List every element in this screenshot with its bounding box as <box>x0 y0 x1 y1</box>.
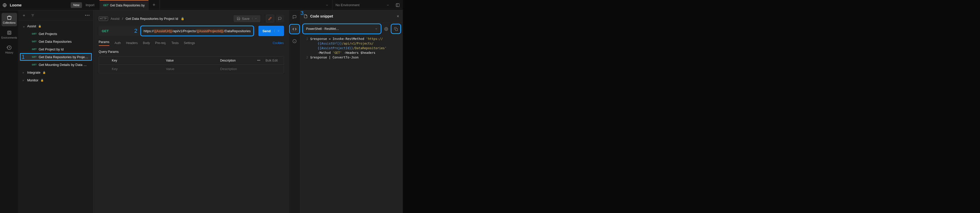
folder-label: Assist <box>27 24 36 28</box>
tabs-chevron[interactable] <box>322 3 332 7</box>
tab-settings[interactable]: Settings <box>184 41 195 45</box>
env-quicklook-button[interactable] <box>393 0 403 10</box>
tab-strip: GET Get Data Repositories by + <box>100 0 332 10</box>
new-button[interactable]: New <box>71 2 82 8</box>
annotation-2: 2 <box>130 28 142 34</box>
param-value-input[interactable]: Value <box>164 67 218 71</box>
param-key-input[interactable]: Key <box>109 67 164 71</box>
svg-rect-17 <box>395 28 398 30</box>
code-block[interactable]: 1$response = Invoke-RestMethod 'https://… <box>301 36 403 61</box>
cookies-link[interactable]: Cookies <box>273 41 284 45</box>
chevron-right-icon: › <box>22 78 25 82</box>
rail-environments[interactable]: Environments <box>2 28 17 41</box>
save-icon <box>237 17 240 21</box>
url-input[interactable]: https:// {{AssistUrl}} /api/v1/Projects/… <box>142 27 253 35</box>
comment-icon <box>293 15 297 19</box>
folder-integrate[interactable]: › Integrate 🔒 <box>18 68 93 76</box>
close-icon <box>396 14 400 18</box>
tab-params[interactable]: Params <box>99 40 109 46</box>
request-get-projects[interactable]: GET Get Projects <box>18 30 93 38</box>
edit-button[interactable] <box>266 15 274 22</box>
folder-assist[interactable]: ⌄ Assist 🔒 <box>18 22 93 30</box>
breadcrumb-name[interactable]: Get Data Repositories by Project Id <box>126 17 178 21</box>
send-label: Send <box>262 29 271 33</box>
send-chevron[interactable] <box>274 30 280 32</box>
ellipsis-icon: ••• <box>85 13 90 17</box>
copy-icon <box>394 27 398 31</box>
sidebar: ••• ⌄ Assist 🔒 GET Get Projects GET Get … <box>18 10 93 213</box>
request-get-data-repositories-by-project[interactable]: GET Get Data Repositories by Proje… <box>20 53 92 61</box>
breadcrumb-parent[interactable]: Assist <box>111 17 120 21</box>
folder-label: Integrate <box>27 71 40 74</box>
url-variable: {{AssistUrl}} <box>154 29 173 33</box>
info-icon <box>293 39 297 43</box>
folder-label: Monitor <box>27 78 38 82</box>
col-actions[interactable]: ••• <box>248 59 263 62</box>
lock-icon: 🔒 <box>38 25 41 28</box>
filter-button[interactable] <box>29 12 37 19</box>
comment-button[interactable] <box>276 15 284 22</box>
svg-rect-3 <box>8 31 11 34</box>
close-button[interactable] <box>396 14 400 18</box>
col-description: Description <box>218 59 248 62</box>
bulk-edit-link[interactable]: Bulk Edit <box>263 59 284 62</box>
plus-icon <box>22 14 26 17</box>
add-button[interactable] <box>21 12 28 19</box>
code-snippet-button[interactable] <box>290 25 299 33</box>
request-label: Get Data Repositories <box>39 39 72 44</box>
lock-icon: 🔒 <box>43 71 46 74</box>
url-part: https:// <box>144 29 154 33</box>
annotation-3: 3 <box>301 10 304 16</box>
language-selector[interactable]: PowerShell - RestMet… <box>304 25 380 33</box>
environment-label: No Environment <box>336 3 360 7</box>
request-get-data-repositories[interactable]: GET Get Data Repositories <box>18 38 93 45</box>
settings-button[interactable] <box>382 25 390 33</box>
tab-method-label: GET <box>103 4 108 7</box>
new-tab-button[interactable]: + <box>148 0 160 10</box>
chevron-right-icon: › <box>22 71 25 74</box>
rail-history[interactable]: History <box>2 43 17 56</box>
chevron-down-icon <box>277 30 280 32</box>
save-button[interactable]: Save <box>234 15 260 22</box>
rail-collections[interactable]: Collections <box>2 13 17 26</box>
folder-monitor[interactable]: › Monitor 🔒 <box>18 76 93 84</box>
method-label: GET <box>32 56 37 58</box>
tab-prereq[interactable]: Pre-req. <box>155 41 166 45</box>
comments-sidebar-button[interactable] <box>293 15 297 19</box>
copy-button[interactable] <box>392 25 400 33</box>
tab-headers[interactable]: Headers <box>126 41 138 45</box>
code-panel-title: Code snippet <box>310 14 333 18</box>
globe-icon <box>3 3 7 7</box>
request-label: Get Projects <box>39 32 57 36</box>
http-badge: HTTP <box>99 16 108 21</box>
request-label: Get Data Repositories by Proje… <box>39 55 88 59</box>
language-label: PowerShell - RestMet… <box>306 27 339 31</box>
request-label: Get Mounting Details by Data … <box>39 63 87 67</box>
info-sidebar-button[interactable] <box>293 39 297 43</box>
rail-environments-label: Environments <box>1 36 17 39</box>
workspace-selector[interactable]: Loome New Import <box>0 0 100 10</box>
request-get-project-by-id[interactable]: GET Get Project by Id <box>18 45 93 53</box>
pencil-icon <box>268 17 272 21</box>
tab-body[interactable]: Body <box>143 41 150 45</box>
tab-tests[interactable]: Tests <box>172 41 179 45</box>
save-chevron[interactable] <box>252 17 257 20</box>
method-selector[interactable]: GET <box>102 29 130 33</box>
more-button[interactable]: ••• <box>84 12 91 19</box>
param-desc-input[interactable]: Description <box>218 67 248 71</box>
environment-selector[interactable]: No Environment <box>332 0 393 10</box>
tab-auth[interactable]: Auth <box>115 41 121 45</box>
gear-icon <box>384 27 388 31</box>
tab-title: Get Data Repositories by <box>110 3 145 7</box>
params-table: Key Value Description ••• Bulk Edit Key … <box>99 56 284 73</box>
import-button[interactable]: Import <box>83 2 97 8</box>
environments-icon <box>7 30 12 35</box>
chevron-down-icon <box>326 3 329 7</box>
url-part: /api/v1/Projects/ <box>173 29 197 33</box>
tab-request[interactable]: GET Get Data Repositories by <box>100 0 148 10</box>
request-get-mounting-details[interactable]: GET Get Mounting Details by Data … <box>18 61 93 68</box>
send-button[interactable]: Send <box>258 26 284 36</box>
breadcrumb-sep: / <box>122 17 123 21</box>
svg-rect-1 <box>396 3 399 7</box>
request-label: Get Project by Id <box>39 47 64 51</box>
